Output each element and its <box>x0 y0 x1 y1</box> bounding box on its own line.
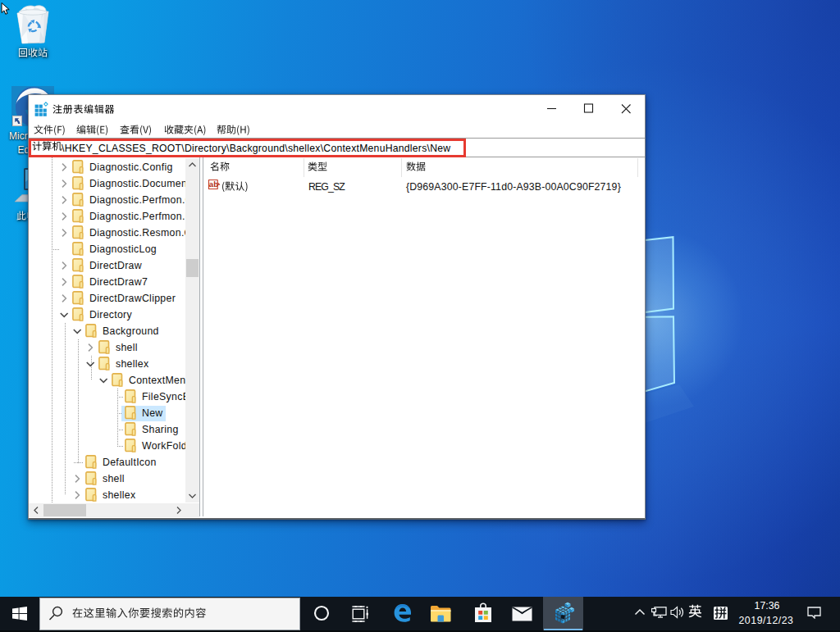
svg-text:ab: ab <box>209 180 218 189</box>
